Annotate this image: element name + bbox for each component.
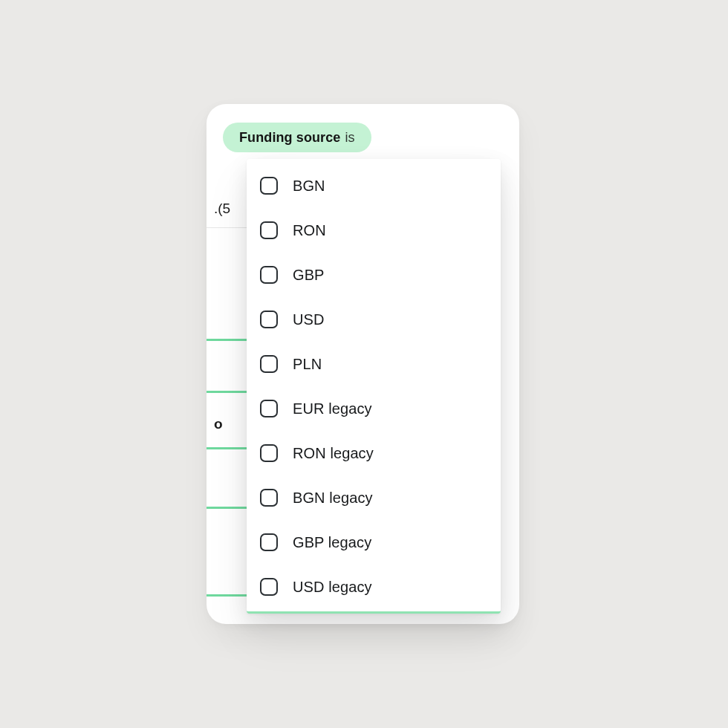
background-row-divider	[207, 447, 247, 449]
option-row[interactable]: BGN legacy	[247, 475, 501, 520]
background-row-divider	[207, 339, 247, 341]
checkbox-icon[interactable]	[260, 400, 278, 417]
checkbox-icon[interactable]	[260, 578, 278, 596]
option-label: BGN legacy	[293, 490, 373, 507]
option-row[interactable]: USD	[247, 297, 501, 342]
option-row[interactable]: GBP	[247, 253, 501, 297]
funding-source-options-popover: BGNRONGBPUSDPLNEUR legacyRON legacyBGN l…	[247, 159, 501, 614]
option-row[interactable]: BGN	[247, 163, 501, 208]
checkbox-icon[interactable]	[260, 311, 278, 328]
background-row-hint: o	[214, 416, 241, 432]
filter-chip-label: Funding source	[239, 130, 340, 146]
option-label: EUR legacy	[293, 400, 372, 417]
option-row[interactable]: GBP legacy	[247, 520, 501, 565]
checkbox-icon[interactable]	[260, 266, 278, 284]
checkbox-icon[interactable]	[260, 489, 278, 507]
option-row[interactable]: PLN	[247, 342, 501, 386]
option-label: USD	[293, 311, 325, 328]
option-label: USD legacy	[293, 579, 372, 596]
background-row-divider	[207, 594, 247, 597]
checkbox-icon[interactable]	[260, 444, 278, 462]
option-label: BGN	[293, 178, 325, 195]
stage: Funding source is .(5 o BGNRONGBPUSDPLNE…	[0, 0, 728, 728]
option-row[interactable]: USD legacy	[247, 565, 501, 609]
background-fragment-text: .(5	[214, 201, 241, 217]
background-row-divider	[207, 507, 247, 509]
checkbox-icon[interactable]	[260, 355, 278, 373]
option-label: RON	[293, 222, 326, 239]
option-label: PLN	[293, 356, 322, 373]
filter-chip-funding-source[interactable]: Funding source is	[223, 123, 371, 152]
background-divider	[207, 227, 247, 228]
option-row[interactable]: RON	[247, 208, 501, 253]
option-label: GBP legacy	[293, 534, 371, 551]
checkbox-icon[interactable]	[260, 533, 278, 551]
option-label: RON legacy	[293, 445, 374, 462]
option-list: BGNRONGBPUSDPLNEUR legacyRON legacyBGN l…	[247, 159, 501, 609]
option-row[interactable]: EUR legacy	[247, 386, 501, 431]
checkbox-icon[interactable]	[260, 221, 278, 239]
option-label: GBP	[293, 267, 325, 284]
filter-chip-operator: is	[345, 130, 354, 146]
background-row-divider	[207, 391, 247, 393]
checkbox-icon[interactable]	[260, 177, 278, 195]
option-row[interactable]: RON legacy	[247, 431, 501, 475]
